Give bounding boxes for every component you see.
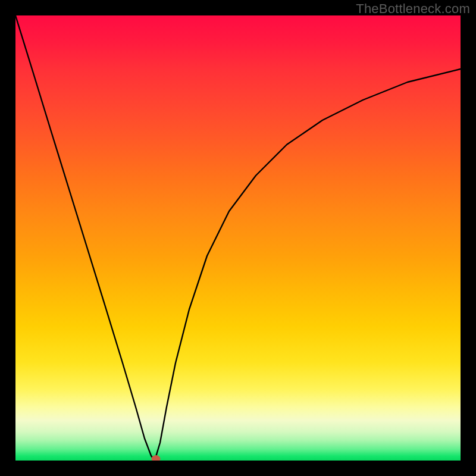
plot-area: [15, 15, 461, 461]
chart-svg: [15, 15, 461, 461]
minimum-marker: [152, 456, 160, 461]
watermark-text: TheBottleneck.com: [356, 1, 470, 17]
bottleneck-curve: [15, 15, 461, 461]
